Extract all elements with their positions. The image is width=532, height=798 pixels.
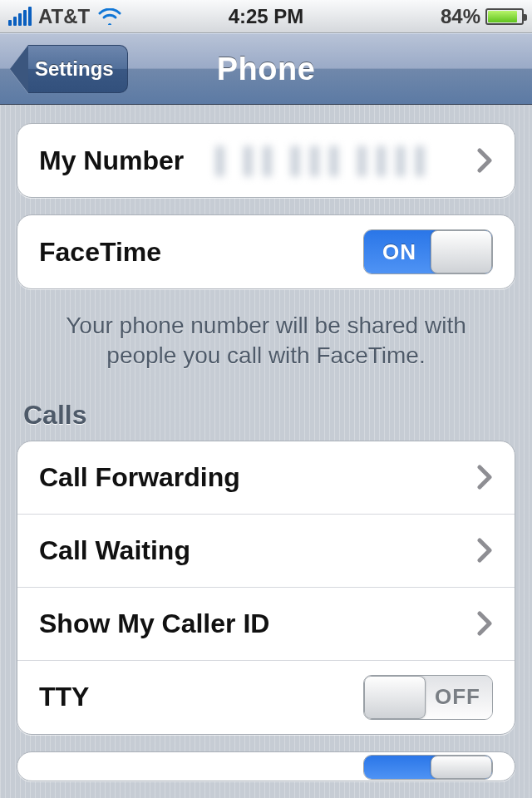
toggle-knob [431,756,492,779]
call-forwarding-label: Call Forwarding [39,462,240,493]
wifi-icon [98,8,121,25]
status-time: 4:25 PM [229,5,304,28]
row-call-waiting[interactable]: Call Waiting [17,515,515,588]
row-facetime: FaceTime ON [17,215,515,288]
row-cutoff[interactable] [17,752,515,781]
my-number-label: My Number [39,145,184,176]
row-my-number[interactable]: My Number ▌ ▌▌ ▌▌▌ ▌▌▌▌ [17,124,515,197]
group-my-number: My Number ▌ ▌▌ ▌▌▌ ▌▌▌▌ [17,123,515,198]
signal-strength-icon [8,7,32,26]
status-bar: AT&T 4:25 PM 84% [0,0,532,33]
my-number-value-redacted: ▌ ▌▌ ▌▌▌ ▌▌▌▌ [195,145,455,175]
call-waiting-label: Call Waiting [39,535,190,566]
carrier-label: AT&T [38,5,90,28]
toggle-knob [431,230,492,273]
toggle-on-text: ON [382,230,416,273]
group-next-cutoff [17,751,515,781]
toggle-off-text: OFF [435,676,480,719]
facetime-toggle[interactable]: ON [363,229,493,274]
cutoff-toggle[interactable] [363,755,493,780]
facetime-label: FaceTime [39,237,161,268]
row-show-caller-id[interactable]: Show My Caller ID [17,588,515,661]
chevron-right-icon [476,611,493,636]
tty-label: TTY [39,682,89,712]
nav-bar: Settings Phone [0,33,532,105]
show-caller-id-label: Show My Caller ID [39,608,269,639]
chevron-right-icon [476,465,493,490]
back-button[interactable]: Settings [10,45,128,93]
group-facetime: FaceTime ON [17,214,515,289]
battery-icon [485,8,524,25]
chevron-left-icon [10,45,28,93]
chevron-right-icon [476,538,493,563]
row-tty: TTY OFF [17,661,515,734]
back-button-label: Settings [28,45,128,93]
toggle-knob [364,676,426,719]
section-header-calls: Calls [17,387,515,441]
group-calls: Call Forwarding Call Waiting Show My Cal… [17,441,515,735]
row-call-forwarding[interactable]: Call Forwarding [17,441,515,515]
battery-percent: 84% [441,5,480,28]
facetime-footer: Your phone number will be shared with pe… [17,306,515,387]
tty-toggle[interactable]: OFF [363,675,493,720]
chevron-right-icon [476,148,493,173]
page-title: Phone [217,52,316,87]
